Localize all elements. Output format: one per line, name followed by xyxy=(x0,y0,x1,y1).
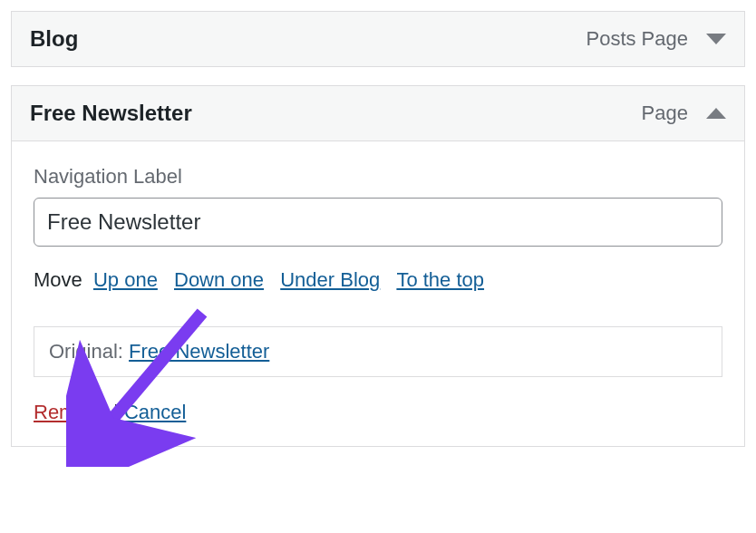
menu-item-type: Posts Page xyxy=(586,27,688,51)
chevron-up-icon xyxy=(706,108,726,119)
menu-item-title: Blog xyxy=(30,26,586,52)
menu-item-blog: Blog Posts Page xyxy=(11,11,745,67)
menu-item-type: Page xyxy=(642,102,688,125)
original-label: Original: xyxy=(49,340,123,363)
original-box: Original: Free Newsletter xyxy=(34,326,722,377)
move-under-link[interactable]: Under Blog xyxy=(280,268,380,291)
move-label: Move xyxy=(34,268,82,291)
move-up-link[interactable]: Up one xyxy=(93,268,158,291)
chevron-down-icon xyxy=(706,34,726,44)
menu-item-free-newsletter: Free Newsletter Page Navigation Label Mo… xyxy=(11,85,745,447)
original-link[interactable]: Free Newsletter xyxy=(129,340,269,363)
action-separator: | xyxy=(108,401,124,423)
menu-item-header[interactable]: Free Newsletter Page xyxy=(12,86,744,141)
move-down-link[interactable]: Down one xyxy=(174,268,264,291)
menu-item-title: Free Newsletter xyxy=(30,101,642,126)
move-top-link[interactable]: To the top xyxy=(396,268,484,291)
menu-item-body: Navigation Label Move Up one Down one Un… xyxy=(12,141,744,446)
navigation-label-caption: Navigation Label xyxy=(34,165,722,189)
menu-item-header[interactable]: Blog Posts Page xyxy=(12,12,744,66)
move-row: Move Up one Down one Under Blog To the t… xyxy=(34,268,722,292)
navigation-label-input[interactable] xyxy=(34,198,722,247)
remove-link[interactable]: Remove xyxy=(34,401,108,423)
actions-row: Remove | Cancel xyxy=(34,401,722,424)
cancel-link[interactable]: Cancel xyxy=(124,401,186,423)
